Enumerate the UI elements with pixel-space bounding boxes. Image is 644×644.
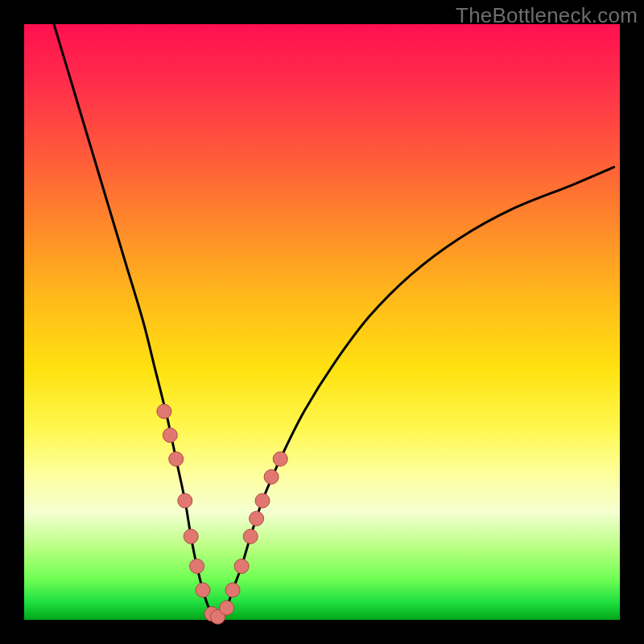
highlight-dot — [196, 583, 210, 597]
chart-stage: TheBottleneck.com — [0, 0, 644, 644]
highlight-dot — [157, 404, 171, 419]
highlight-dot — [178, 493, 192, 508]
highlight-dot — [255, 493, 270, 508]
highlight-dot — [243, 529, 258, 543]
highlighted-dots-group — [157, 404, 287, 624]
highlight-dot — [273, 452, 287, 466]
highlight-dot — [234, 559, 249, 573]
highlight-dot — [163, 428, 177, 443]
curve-svg — [24, 24, 620, 620]
highlight-dot — [220, 601, 234, 615]
highlight-dot — [184, 529, 198, 543]
highlight-dot — [169, 452, 184, 466]
bottleneck-curve — [54, 24, 614, 618]
highlight-dot — [190, 559, 204, 573]
highlight-dot — [225, 583, 240, 597]
highlight-dot — [250, 511, 264, 526]
highlight-dot — [264, 469, 279, 484]
plot-area — [24, 24, 620, 620]
